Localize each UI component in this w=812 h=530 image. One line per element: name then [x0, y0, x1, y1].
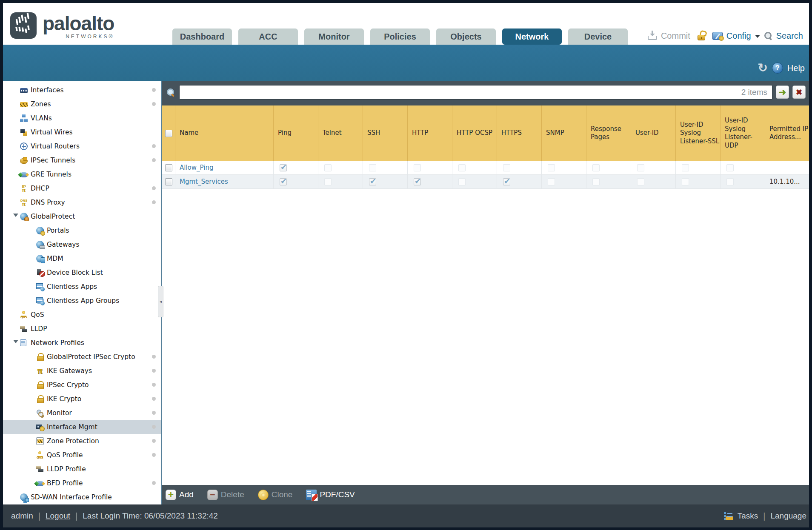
clone-button[interactable]: Clone — [258, 490, 293, 500]
tab-policies[interactable]: Policies — [370, 28, 430, 45]
column-header-telnet[interactable]: Telnet — [318, 105, 363, 161]
column-header-name[interactable]: Name — [175, 105, 274, 161]
sidebar-item-ipsec-crypto[interactable]: IPSec Crypto — [3, 378, 161, 392]
sidebar-item-qos-profile[interactable]: QoS Profile — [3, 448, 161, 462]
http-checkbox[interactable] — [414, 178, 421, 185]
sidebar-item-qos[interactable]: QoS — [3, 308, 161, 322]
language-button[interactable]: Language — [770, 511, 806, 521]
ssh-checkbox[interactable] — [369, 164, 376, 171]
help-label[interactable]: Help — [787, 63, 805, 73]
expander-icon[interactable] — [13, 214, 18, 217]
sidebar-item-ike-gateways[interactable]: IKE Gateways — [3, 364, 161, 378]
sidebar-item-virtual-routers[interactable]: Virtual Routers — [3, 139, 161, 153]
sidebar-item-globalprotect[interactable]: GlobalProtect — [3, 209, 161, 223]
sidebar-item-clientless-apps[interactable]: Clientless Apps — [3, 279, 161, 293]
sidebar-item-ike-crypto[interactable]: IKE Crypto — [3, 392, 161, 406]
help-icon[interactable]: ? — [772, 63, 783, 74]
sidebar-item-gateways[interactable]: Gateways — [3, 237, 161, 251]
tab-dashboard[interactable]: Dashboard — [172, 28, 232, 45]
tab-device[interactable]: Device — [568, 28, 628, 45]
column-header-select[interactable] — [162, 105, 175, 161]
http-ocsp-checkbox[interactable] — [458, 178, 466, 185]
logout-link[interactable]: Logout — [46, 511, 70, 521]
sidebar-item-virtual-wires[interactable]: Virtual Wires — [3, 125, 161, 139]
column-header-response-pages[interactable]: Response Pages — [586, 105, 631, 161]
unlock-icon[interactable] — [698, 35, 705, 40]
tasks-icon[interactable] — [724, 512, 734, 520]
column-header-uid-syslog-udp[interactable]: User-ID Syslog Listener-UDP — [721, 105, 765, 161]
snmp-checkbox[interactable] — [548, 178, 555, 185]
row-select-checkbox[interactable] — [165, 178, 172, 185]
http-ocsp-checkbox[interactable] — [458, 164, 466, 171]
sidebar-item-vlans[interactable]: VLANs — [3, 111, 161, 125]
snmp-checkbox[interactable] — [548, 164, 555, 171]
apply-filter-button[interactable]: ➜ — [776, 85, 789, 99]
global-search-button[interactable]: Search — [776, 31, 803, 41]
column-header-snmp[interactable]: SNMP — [542, 105, 586, 161]
ssh-checkbox[interactable] — [369, 178, 376, 185]
column-header-http[interactable]: HTTP — [408, 105, 452, 161]
sidebar-item-device-block-list[interactable]: Device Block List — [3, 265, 161, 279]
https-checkbox[interactable] — [503, 164, 510, 171]
sidebar-item-monitor[interactable]: Monitor — [3, 406, 161, 420]
profile-name-link[interactable]: Allow_Ping — [180, 164, 213, 171]
uid-syslog-udp-checkbox[interactable] — [726, 178, 734, 185]
sidebar-item-gre-tunnels[interactable]: GRE Tunnels — [3, 167, 161, 181]
sidebar-item-zone-protection[interactable]: Zone Protection — [3, 434, 161, 448]
delete-button[interactable]: − Delete — [207, 490, 244, 500]
expander-icon[interactable] — [13, 340, 18, 343]
refresh-icon[interactable]: ↻ — [758, 62, 767, 74]
sidebar-item-dhcp[interactable]: DHCP — [3, 181, 161, 195]
column-header-ping[interactable]: Ping — [274, 105, 318, 161]
sidebar-collapse-handle[interactable]: ◄ — [158, 286, 163, 317]
sidebar-item-mdm[interactable]: MDM — [3, 251, 161, 265]
uid-syslog-udp-checkbox[interactable] — [726, 164, 734, 171]
ping-checkbox[interactable] — [280, 178, 287, 185]
column-header-uid-syslog-ssl[interactable]: User-ID Syslog Listener-SSL — [676, 105, 721, 161]
user-id-checkbox[interactable] — [637, 178, 644, 185]
row-select-checkbox[interactable] — [165, 164, 172, 171]
sidebar-item-clientless-app-groups[interactable]: Clientless App Groups — [3, 293, 161, 308]
user-id-checkbox[interactable] — [637, 164, 644, 171]
add-button[interactable]: + Add — [166, 490, 194, 500]
config-button[interactable]: Config — [726, 31, 751, 41]
sidebar-item-ipsec-tunnels[interactable]: IPSec Tunnels — [3, 153, 161, 167]
column-header-https[interactable]: HTTPS — [497, 105, 542, 161]
column-header-permitted-ip[interactable]: Permitted IP Address... — [765, 105, 809, 161]
sidebar-item-dns-proxy[interactable]: DNS Proxy — [3, 195, 161, 209]
tasks-button[interactable]: Tasks — [738, 511, 758, 521]
tab-objects[interactable]: Objects — [436, 28, 496, 45]
sidebar-item-lldp[interactable]: LLDP — [3, 322, 161, 336]
column-header-ssh[interactable]: SSH — [363, 105, 408, 161]
column-header-http-ocsp[interactable]: HTTP OCSP — [452, 105, 497, 161]
response-pages-checkbox[interactable] — [592, 178, 600, 185]
response-pages-checkbox[interactable] — [592, 164, 600, 171]
select-all-checkbox[interactable] — [165, 130, 172, 137]
sidebar-item-portals[interactable]: Portals — [3, 223, 161, 237]
ping-checkbox[interactable] — [280, 164, 287, 171]
sidebar-item-interface-mgmt[interactable]: Interface Mgmt — [3, 420, 161, 434]
tab-acc[interactable]: ACC — [238, 28, 298, 45]
uid-syslog-ssl-checkbox[interactable] — [682, 164, 689, 171]
sidebar-item-bfd-profile[interactable]: BFD Profile — [3, 476, 161, 490]
sidebar-item-interfaces[interactable]: Interfaces — [3, 83, 161, 97]
telnet-checkbox[interactable] — [324, 164, 332, 171]
https-checkbox[interactable] — [503, 178, 510, 185]
sidebar-item-globalprotect-ipsec-crypto[interactable]: GlobalProtect IPSec Crypto — [3, 350, 161, 364]
tab-monitor[interactable]: Monitor — [304, 28, 364, 45]
column-header-user-id[interactable]: User-ID — [631, 105, 676, 161]
pdf-csv-button[interactable]: PDF/CSV — [306, 490, 355, 500]
http-checkbox[interactable] — [414, 164, 421, 171]
profile-name-link[interactable]: Mgmt_Services — [180, 178, 228, 185]
sidebar-item-network-profiles[interactable]: Network Profiles — [3, 336, 161, 350]
sidebar-item-sd-wan-interface-profile[interactable]: SD-WAN Interface Profile — [3, 490, 161, 504]
sidebar-item-lldp-profile[interactable]: LLDP Profile — [3, 462, 161, 476]
filter-input[interactable] — [179, 85, 772, 100]
clear-filter-button[interactable]: ✖ — [792, 85, 806, 99]
telnet-checkbox[interactable] — [324, 178, 332, 185]
uid-syslog-ssl-checkbox[interactable] — [682, 178, 689, 185]
sidebar-item-zones[interactable]: Zones — [3, 97, 161, 111]
tab-network[interactable]: Network — [502, 28, 562, 45]
commit-button[interactable]: Commit — [661, 31, 690, 41]
config-caret-icon[interactable] — [755, 35, 760, 38]
